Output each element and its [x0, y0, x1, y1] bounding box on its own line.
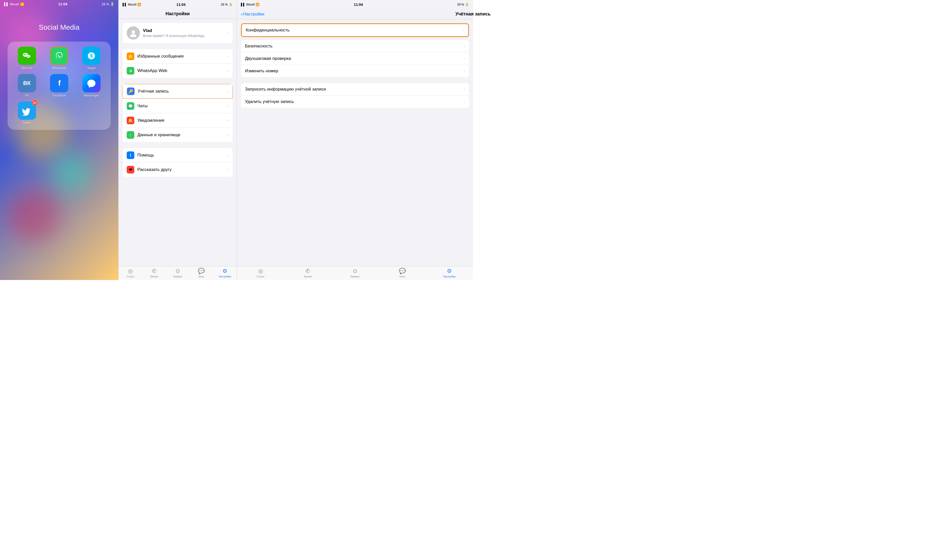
- account-camera-tab-label: Камера: [350, 275, 360, 278]
- battery-level: 29 %: [102, 2, 109, 6]
- privacy-label: Конфиденциальность: [246, 28, 463, 33]
- account-settings-tab-icon: ⚙: [447, 268, 452, 274]
- settings-row-web[interactable]: 🖥 WhatsApp Web ›: [123, 63, 233, 78]
- app-item-vk[interactable]: ВК VK: [13, 74, 41, 97]
- account-tab-chats[interactable]: 💬 Чаты: [378, 268, 426, 278]
- app-item-messenger[interactable]: Messenger: [77, 74, 106, 97]
- web-icon: 🖥: [127, 67, 134, 75]
- twitter-label: Twitter: [22, 121, 31, 125]
- messenger-label: Messenger: [84, 94, 99, 97]
- settings-row-share[interactable]: ❤ Рассказать другу ›: [123, 162, 233, 177]
- settings-panel: ▌▌ lifecell 📶 11:04 29 % 🔋 Настройки: [118, 0, 237, 280]
- wechat-icon: [18, 47, 36, 65]
- chats-tab-label: Чаты: [198, 275, 204, 278]
- tab-camera[interactable]: ⊙ Камера: [166, 268, 190, 278]
- settings-help-card: i Помощь › ❤ Рассказать другу ›: [123, 148, 233, 177]
- settings-top-section: ⭐ Избранные сообщения › 🖥 WhatsApp Web ›: [119, 49, 237, 78]
- twostep-chevron: ›: [464, 56, 465, 61]
- tab-status[interactable]: ◎ Статус: [119, 268, 142, 278]
- svg-point-4: [27, 56, 28, 57]
- account-tab-status[interactable]: ◎ Статус: [237, 268, 284, 278]
- account-battery: 29 % 🔋: [457, 3, 469, 6]
- settings-profile-card: Vlad Всем привет! Я использую WhatsApp. …: [123, 23, 233, 43]
- app-item-wechat[interactable]: WeChat: [13, 47, 41, 70]
- settings-row-data[interactable]: ↕ Данные и хранилище ›: [123, 128, 233, 142]
- calls-tab-label: Звонки: [150, 275, 158, 278]
- data-chevron: ›: [227, 133, 228, 137]
- settings-title: Настройки: [123, 11, 233, 17]
- web-chevron: ›: [227, 68, 228, 73]
- account-tab-calls[interactable]: ✆ Звонки: [284, 268, 331, 278]
- notifications-chevron: ›: [227, 118, 228, 123]
- svg-point-3: [26, 55, 31, 58]
- settings-help-section: i Помощь › ❤ Рассказать другу ›: [119, 148, 237, 177]
- app-item-facebook[interactable]: f Facebook: [45, 74, 73, 97]
- settings-row-help[interactable]: i Помощь ›: [123, 148, 233, 162]
- request-row[interactable]: Запросить информацию учётной записи ›: [241, 83, 469, 95]
- account-chats-tab-icon: 💬: [399, 268, 406, 274]
- whatsapp-label: WhatsApp: [52, 66, 66, 70]
- changenum-chevron: ›: [464, 69, 465, 73]
- calls-tab-icon: ✆: [152, 268, 156, 274]
- security-label: Безопасность: [245, 44, 464, 49]
- data-label: Данные и хранилище: [137, 132, 224, 137]
- account-time: 11:04: [354, 3, 363, 6]
- vk-label: VK: [25, 94, 29, 97]
- phone-battery: 29 % 🔋: [102, 2, 114, 6]
- twostep-row[interactable]: Двухшаговая проверка ›: [241, 52, 469, 65]
- profile-row[interactable]: Vlad Всем привет! Я использую WhatsApp. …: [123, 23, 233, 43]
- back-label: Настройки: [243, 12, 264, 17]
- tab-chats[interactable]: 💬 Чаты: [190, 268, 213, 278]
- privacy-row[interactable]: Конфиденциальность ›: [242, 24, 468, 36]
- account-title: Учётная запись: [455, 11, 473, 17]
- account-panel: ▌▌ lifecell 📶 11:04 29 % 🔋 ‹ Настройки У…: [237, 0, 473, 280]
- app-item-skype[interactable]: S Skype: [77, 47, 106, 70]
- app-grid: WeChat WhatsApp: [13, 47, 106, 125]
- profile-status: Всем привет! Я использую WhatsApp.: [143, 34, 224, 38]
- status-tab-icon: ◎: [128, 268, 133, 274]
- skype-icon: S: [82, 47, 100, 65]
- help-label: Помощь: [137, 153, 224, 158]
- request-chevron: ›: [464, 87, 465, 92]
- account-content: Конфиденциальность › Безопасность › Двух…: [237, 19, 473, 266]
- app-item-twitter[interactable]: 20 Twitter: [13, 102, 41, 125]
- svg-point-1: [24, 54, 25, 55]
- facebook-label: Facebook: [52, 94, 66, 97]
- home-screen-title: Social Media: [0, 23, 118, 31]
- back-button[interactable]: ‹ Настройки: [241, 11, 264, 17]
- svg-point-12: [130, 34, 136, 37]
- settings-row-chats[interactable]: 💬 Чаты ›: [123, 98, 233, 113]
- share-icon: ❤: [127, 166, 134, 174]
- settings-row-account[interactable]: 🔑 Учётная запись ›: [123, 84, 233, 99]
- account-calls-tab-label: Звонки: [304, 275, 312, 278]
- starred-chevron: ›: [227, 54, 228, 58]
- share-label: Рассказать другу: [137, 167, 224, 172]
- settings-row-starred[interactable]: ⭐ Избранные сообщения ›: [123, 49, 233, 63]
- notifications-icon: 🔔: [127, 117, 134, 124]
- settings-row-notifications[interactable]: 🔔 Уведомления ›: [123, 113, 233, 128]
- account-tab-settings[interactable]: ⚙ Настройки: [426, 268, 473, 278]
- twitter-badge: 20: [32, 100, 38, 106]
- account-settings-tab-label: Настройки: [443, 275, 455, 278]
- tab-calls[interactable]: ✆ Звонки: [142, 268, 166, 278]
- privacy-highlighted-card: Конфиденциальность ›: [241, 23, 469, 37]
- settings-content: Vlad Всем привет! Я использую WhatsApp. …: [119, 19, 237, 266]
- settings-account-section: 🔑 Учётная запись › 💬 Чаты › 🔔 Уведомлени…: [119, 84, 237, 142]
- settings-battery-icon: 🔋: [229, 3, 233, 6]
- wechat-label: WeChat: [21, 66, 32, 70]
- account-signal: ▌▌ lifecell 📶: [241, 3, 259, 6]
- app-item-whatsapp[interactable]: WhatsApp: [45, 47, 73, 70]
- settings-battery-pct: 29 %: [221, 3, 228, 6]
- whatsapp-icon: [50, 47, 68, 65]
- delete-row[interactable]: Удалить учётную запись ›: [241, 95, 469, 108]
- settings-battery: 29 % 🔋: [221, 3, 233, 6]
- web-label: WhatsApp Web: [137, 68, 224, 73]
- camera-tab-label: Камера: [173, 275, 182, 278]
- tab-settings-active[interactable]: ⚙ Настройки: [213, 268, 237, 278]
- account-tab-camera[interactable]: ⊙ Камера: [331, 268, 378, 278]
- settings-tab-label: Настройки: [219, 275, 231, 278]
- help-icon: i: [127, 151, 134, 159]
- changenum-row[interactable]: Изменить номер ›: [241, 65, 469, 77]
- security-row[interactable]: Безопасность ›: [241, 40, 469, 52]
- settings-tab-bar: ◎ Статус ✆ Звонки ⊙ Камера 💬 Чаты ⚙ Наст…: [119, 266, 237, 280]
